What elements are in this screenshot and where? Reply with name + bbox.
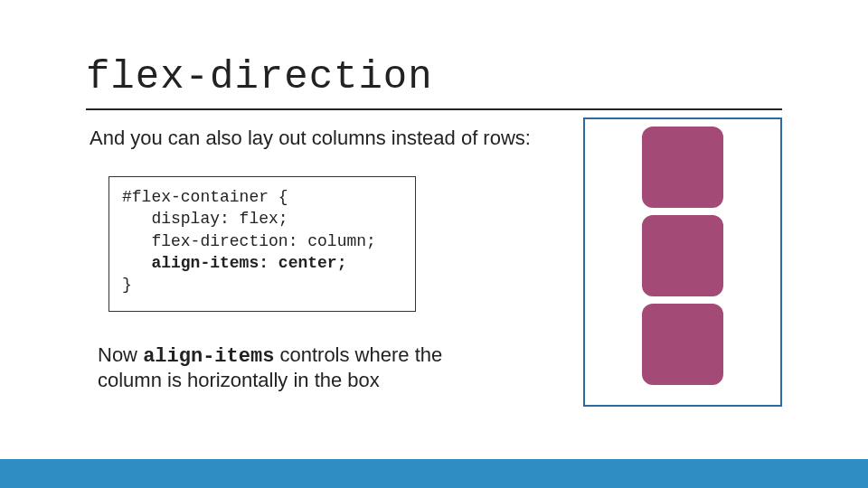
explanation-paragraph: Now align-items controls where the colum…	[98, 343, 450, 393]
title-underline	[86, 108, 782, 110]
slide: flex-direction And you can also lay out …	[0, 0, 868, 488]
flex-demo-container	[583, 117, 782, 407]
code-line: flex-direction: column;	[122, 232, 376, 250]
flex-demo-item	[642, 304, 723, 385]
code-block: #flex-container { display: flex; flex-di…	[108, 176, 416, 312]
flex-demo-item	[642, 215, 723, 296]
para-prefix: Now	[98, 343, 143, 366]
code-line: }	[122, 276, 132, 294]
code-line: #flex-container {	[122, 188, 288, 206]
code-line-prefix	[122, 254, 151, 272]
code-line-bold: align-items: center;	[151, 254, 346, 272]
intro-text: And you can also lay out columns instead…	[90, 127, 531, 150]
code-line: display: flex;	[122, 210, 288, 228]
para-keyword: align-items	[143, 345, 274, 368]
footer-bar	[0, 459, 868, 488]
slide-title: flex-direction	[86, 54, 433, 99]
flex-demo-item	[642, 127, 723, 208]
